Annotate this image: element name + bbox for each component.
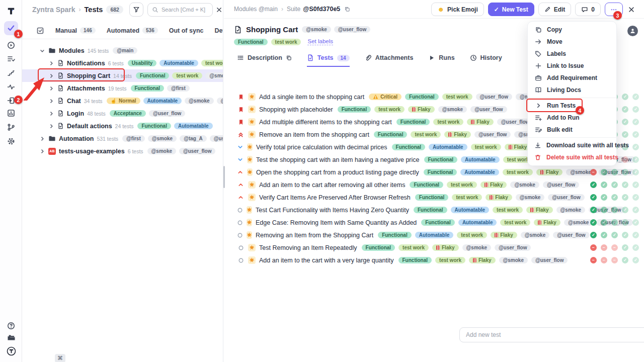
tree-row-modules[interactable]: Modules145 tests@main xyxy=(22,44,223,57)
chevron-right-icon[interactable] xyxy=(48,98,54,104)
sidebar-item-list-check[interactable] xyxy=(4,52,18,66)
test-row[interactable]: Add an item to the cart after removing a… xyxy=(224,178,644,191)
search-input[interactable] xyxy=(162,7,208,13)
sidebar-item-folders[interactable] xyxy=(4,330,18,344)
menu-item-living-docs[interactable]: Living Docs xyxy=(528,84,616,96)
tree-row-login[interactable]: Login48 testsAcceptance@user_flow xyxy=(22,107,223,120)
doc-icon xyxy=(57,85,64,92)
edit-button[interactable]: Edit xyxy=(538,3,572,16)
sidebar-item-inbox[interactable] xyxy=(4,94,18,108)
menu-item-copy[interactable]: Copy xyxy=(528,24,616,36)
sidebar-item-pulse[interactable] xyxy=(4,80,18,94)
status-passed-icon: ✓ xyxy=(622,244,628,251)
filter-tab-detached[interactable]: Detached xyxy=(214,27,223,34)
test-row[interactable]: Removing an Item from the Shopping CartF… xyxy=(224,229,644,241)
menu-item-move[interactable]: Move xyxy=(528,36,616,48)
filter-button[interactable] xyxy=(129,3,143,17)
pick-emoji-button[interactable]: ☻Pick Emoji xyxy=(431,3,484,16)
menu-item-download-suite-with-all-tests[interactable]: Download suite with all tests xyxy=(528,139,616,151)
menu-item-labels[interactable]: Labels xyxy=(528,48,616,60)
new-test-button[interactable]: ✓New Test xyxy=(488,3,534,16)
tree-row-automation[interactable]: Automation531 tests@first@smoke@tag_A@us… xyxy=(22,132,223,145)
breadcrumb-parent[interactable]: Modules @main xyxy=(234,6,278,13)
chevron-right-icon[interactable] xyxy=(39,136,45,142)
tag-pill: Automatable xyxy=(451,207,490,213)
tag-pill: Automatable xyxy=(159,60,198,66)
tree-row-name: Default actions xyxy=(67,123,112,130)
menu-item-delete-suite-with-all-tests[interactable]: Delete suite with all tests xyxy=(528,151,616,163)
more-actions-button[interactable]: ⋯ xyxy=(605,3,623,16)
menu-item-bulk-edit[interactable]: Bulk edit xyxy=(528,124,616,136)
set-labels-link[interactable]: Set labels xyxy=(307,38,333,45)
panel-close-button[interactable] xyxy=(216,7,222,13)
filter-tab-out-of-sync[interactable]: Out of sync xyxy=(169,27,204,34)
test-row[interactable]: Open the shopping cart from a product li… xyxy=(224,166,644,178)
chevron-right-icon[interactable] xyxy=(48,85,54,92)
sidebar-item-check[interactable] xyxy=(4,21,18,35)
test-emoji-icon xyxy=(248,244,256,251)
tab-tests[interactable]: Tests14 xyxy=(307,54,350,67)
avatar[interactable] xyxy=(627,26,638,36)
tree-row-tests-usage-examples[interactable]: ABtests-usage-examples6 tests@smoke@user… xyxy=(22,145,223,157)
test-row[interactable]: Edge Case: Removing Item with Same Quant… xyxy=(224,216,644,229)
sidebar-item-branch[interactable] xyxy=(4,120,18,134)
comments-button[interactable]: 0 xyxy=(575,3,601,16)
breadcrumb-section[interactable]: Tests xyxy=(85,6,103,14)
chevron-right-icon[interactable] xyxy=(39,148,45,154)
sidebar-item-play-circle[interactable] xyxy=(4,38,18,52)
sidebar-item-bar-chart[interactable] xyxy=(4,106,18,120)
tree-row-shopping-cart[interactable]: Shopping Cart14 testsFunctionaltest work… xyxy=(22,69,223,82)
test-row[interactable]: Test Removing an Item RepeatedlyFunction… xyxy=(224,241,644,254)
menu-item-add-to-run[interactable]: Add to Run xyxy=(528,112,616,124)
status-passed-icon: ✓ xyxy=(622,106,628,113)
select-all-icon[interactable] xyxy=(36,27,44,35)
menu-item-run-tests[interactable]: Run Tests xyxy=(528,100,616,112)
tag-pill: @user_flow xyxy=(149,110,185,117)
status-passed-icon: ✓ xyxy=(632,94,639,100)
tag-pill: Functional xyxy=(137,123,171,129)
tab-history[interactable]: History xyxy=(470,54,502,67)
breadcrumb-project[interactable]: Zyntra Spark xyxy=(32,6,75,14)
test-row[interactable]: Verify Cart Items Are Preserved After Br… xyxy=(224,191,644,204)
chevron-right-icon[interactable] xyxy=(48,73,54,79)
test-row[interactable]: Test Cart Functionality with Items Havin… xyxy=(224,204,644,216)
copy-suite-id-icon[interactable] xyxy=(344,6,350,12)
tag-pill: test work xyxy=(433,119,463,125)
steps-icon xyxy=(7,69,15,77)
sidebar-item-logo[interactable] xyxy=(4,4,18,18)
close-detail-button[interactable] xyxy=(627,6,636,13)
tree-row-attachments[interactable]: Attachments19 testsFunctional@first xyxy=(22,82,223,95)
run-history-dots: ✓✓✓✓✓ xyxy=(590,207,639,213)
add-test-input[interactable] xyxy=(459,327,644,342)
tab-description[interactable]: Description xyxy=(237,54,292,67)
tree-scrollbar-thumb[interactable] xyxy=(223,166,225,188)
tab-runs[interactable]: Runs xyxy=(428,54,454,67)
chevron-right-icon[interactable] xyxy=(48,60,54,66)
filter-tab-manual[interactable]: Manual146 xyxy=(55,27,96,34)
sidebar-item-gear[interactable] xyxy=(4,134,18,148)
doc-icon xyxy=(57,98,64,104)
comment-bubble-icon xyxy=(581,6,588,13)
tree-row-default-actions[interactable]: Default actions24 testsFunctionalAutomat… xyxy=(22,120,223,132)
search-box[interactable] xyxy=(147,3,213,17)
tag-pill: Flaky xyxy=(432,244,459,251)
chevron-right-icon[interactable] xyxy=(48,111,54,117)
tag-pill: @user_flow xyxy=(334,26,370,33)
ab-suite-icon: AB xyxy=(48,148,56,155)
tag-pill: @smoke xyxy=(205,72,223,79)
clock-icon xyxy=(470,54,477,61)
chevron-down-icon[interactable] xyxy=(39,48,45,54)
sidebar-item-steps[interactable] xyxy=(4,66,18,80)
chevron-right-icon[interactable] xyxy=(48,123,54,129)
tree-row-chat[interactable]: Chat34 tests☝NormalAutomatable@smoke@use… xyxy=(22,95,223,107)
test-row[interactable]: Add an item to the cart with a very larg… xyxy=(224,254,644,266)
status-passed-icon: ✓ xyxy=(601,232,607,238)
test-title: Add an item to the cart after removing a… xyxy=(259,182,405,189)
sidebar-item-t-badge[interactable] xyxy=(4,344,18,358)
menu-item-add-requirement[interactable]: Add Requirement xyxy=(528,72,616,84)
filter-tab-automated[interactable]: Automated536 xyxy=(107,27,158,34)
status-passed-icon: ✓ xyxy=(632,106,639,113)
tree-row-notifications[interactable]: Notifications6 testsUsabilityAutomatable… xyxy=(22,57,223,69)
menu-item-link-to-issue[interactable]: Link to Issue xyxy=(528,60,616,72)
tab-attachments[interactable]: Attachments xyxy=(365,54,414,67)
